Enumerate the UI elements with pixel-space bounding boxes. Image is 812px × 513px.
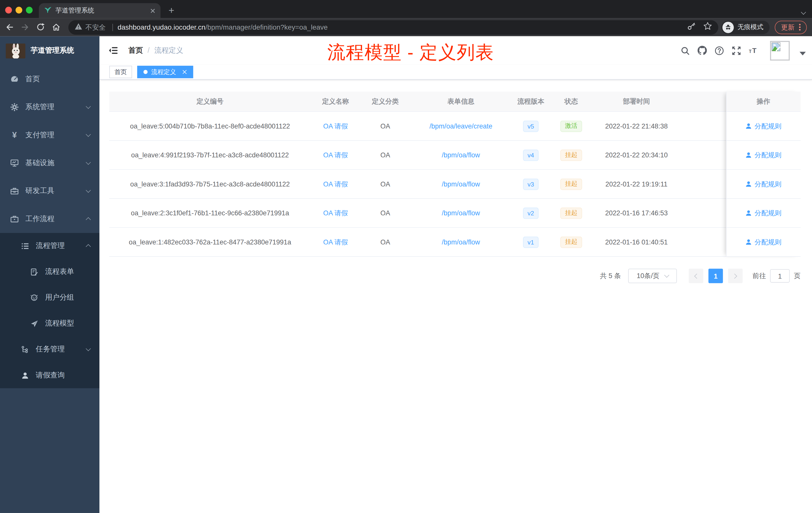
chevron-down-icon [86, 160, 91, 165]
tags-view-bar: 首页 流程定义 [99, 65, 812, 80]
avatar-caret-icon[interactable] [800, 52, 806, 55]
window-zoom-button[interactable] [26, 7, 33, 13]
help-icon[interactable] [715, 46, 724, 55]
definition-category: OA [360, 209, 410, 217]
definition-name-link[interactable]: OA 请假 [323, 208, 348, 218]
incognito-icon [723, 22, 734, 33]
chevron-up-icon [86, 216, 91, 221]
definition-category: OA [360, 238, 410, 246]
page-size-label: 10条/页 [637, 271, 660, 280]
update-label[interactable]: 更新 [781, 23, 795, 32]
sidebar-logo[interactable]: 芋道管理系统 [0, 36, 99, 65]
new-tab-button[interactable]: + [165, 3, 178, 17]
tree-icon [21, 345, 29, 354]
sidebar-item-infra[interactable]: 基础设施 [0, 149, 99, 177]
sidebar-item-task-mgmt[interactable]: 任务管理 [0, 337, 99, 362]
home-icon[interactable] [52, 23, 60, 32]
status-badge: 挂起 [560, 207, 582, 219]
browser-update-button[interactable]: 更新 [775, 20, 807, 34]
definition-name-link[interactable]: OA 请假 [323, 150, 348, 160]
form-link[interactable]: /bpm/oa/flow [442, 238, 480, 246]
sidebar-item-devtools[interactable]: 研发工具 [0, 177, 99, 205]
form-link[interactable]: /bpm/oa/leave/create [429, 122, 492, 130]
security-warning-icon[interactable] [75, 23, 82, 32]
assign-rule-label: 分配规则 [754, 208, 781, 218]
user-icon [21, 371, 29, 380]
definition-name-link[interactable]: OA 请假 [323, 121, 348, 131]
goto-page-input[interactable] [770, 269, 790, 283]
form-link[interactable]: /bpm/oa/flow [442, 180, 480, 188]
assign-rule-button[interactable]: 分配规则 [745, 208, 781, 218]
tab-search-button[interactable] [802, 7, 807, 12]
version-badge: v1 [523, 236, 539, 248]
briefcase-icon [10, 215, 19, 223]
assign-rule-label: 分配规则 [754, 237, 781, 247]
sidebar-item-system[interactable]: 系统管理 [0, 93, 99, 121]
send-icon [30, 320, 38, 328]
version-badge: v5 [523, 120, 539, 132]
prev-page-button[interactable] [689, 269, 703, 283]
sidebar-item-user-group[interactable]: 用户分组 [0, 284, 99, 310]
avatar[interactable] [770, 41, 790, 60]
form-link[interactable]: /bpm/oa/flow [442, 209, 480, 217]
sidebar-item-label: 研发工具 [25, 186, 86, 196]
incognito-label: 无痕模式 [737, 23, 763, 32]
sidebar-item-label: 流程表单 [45, 267, 91, 276]
back-icon[interactable] [5, 23, 14, 32]
sidebar: 芋道管理系统 首页 系统管理 ¥ 支付管理 [0, 36, 99, 513]
definition-name-link[interactable]: OA 请假 [323, 179, 348, 189]
sidebar-item-process-form[interactable]: 流程表单 [0, 259, 99, 284]
sidebar-item-leave-query[interactable]: 请假查询 [0, 362, 99, 388]
annotation-title: 流程模型 - 定义列表 [327, 40, 494, 65]
hamburger-icon[interactable] [109, 46, 118, 56]
sidebar-item-process-model[interactable]: 流程模型 [0, 311, 99, 337]
assign-rule-button[interactable]: 分配规则 [745, 150, 781, 160]
breadcrumb-home[interactable]: 首页 [128, 46, 143, 56]
definition-id: oa_leave:5:004b710b-7b8a-11ec-8ef0-acde4… [109, 122, 311, 130]
page-number-button[interactable]: 1 [708, 269, 723, 283]
password-key-icon[interactable] [687, 22, 696, 33]
column-header: 定义名称 [311, 97, 360, 106]
search-icon[interactable] [680, 46, 690, 55]
list-icon [21, 242, 29, 250]
address-bar[interactable]: 不安全 dashboard.yudao.iocoder.cn/bpm/manag… [68, 20, 718, 34]
breadcrumb-current: 流程定义 [154, 46, 183, 56]
active-dot [143, 70, 148, 74]
sidebar-item-label: 系统管理 [25, 102, 86, 112]
sidebar-item-payment[interactable]: ¥ 支付管理 [0, 121, 99, 149]
chevron-down-icon [86, 188, 91, 194]
tag-process-definition[interactable]: 流程定义 [137, 66, 193, 78]
github-icon[interactable] [697, 46, 707, 55]
browser-tab[interactable]: 芋道管理系统 [39, 3, 161, 18]
tab-close-icon[interactable] [150, 6, 155, 15]
workflow-submenu: 流程管理 流程表单 用户分组 [0, 233, 99, 388]
definition-name-link[interactable]: OA 请假 [323, 237, 348, 247]
window-minimize-button[interactable] [16, 7, 22, 13]
status-badge: 激活 [560, 120, 582, 132]
page-size-select[interactable]: 10条/页 [628, 269, 677, 283]
sidebar-item-process-mgmt[interactable]: 流程管理 [0, 233, 99, 259]
fullscreen-icon[interactable] [732, 46, 741, 55]
security-label[interactable]: 不安全 [85, 23, 106, 32]
chevron-down-icon [86, 105, 91, 110]
app-title: 芋道管理系统 [31, 46, 74, 56]
assign-rule-button[interactable]: 分配规则 [745, 121, 781, 131]
forward-icon[interactable] [21, 23, 30, 32]
tag-close-icon[interactable] [182, 69, 187, 74]
definition-id: oa_leave:2:3c1f0ef1-76b1-11ec-9c66-a2380… [109, 209, 311, 217]
favicon-icon [44, 6, 51, 15]
font-size-icon[interactable]: TT [749, 46, 758, 55]
form-link[interactable]: /bpm/oa/flow [442, 151, 480, 159]
browser-menu-icon[interactable] [799, 24, 801, 31]
tag-home[interactable]: 首页 [109, 66, 132, 78]
goto-label: 前往 [753, 271, 766, 280]
reload-icon[interactable] [36, 23, 45, 32]
assign-rule-button[interactable]: 分配规则 [745, 179, 781, 189]
sidebar-item-workflow[interactable]: 工作流程 [0, 205, 99, 233]
next-page-button[interactable] [728, 269, 743, 283]
bookmark-star-icon[interactable] [703, 22, 712, 33]
window-close-button[interactable] [5, 7, 12, 13]
assign-rule-button[interactable]: 分配规则 [745, 237, 781, 247]
sidebar-item-home[interactable]: 首页 [0, 65, 99, 93]
url-text[interactable]: dashboard.yudao.iocoder.cn/bpm/manager/d… [117, 23, 682, 31]
